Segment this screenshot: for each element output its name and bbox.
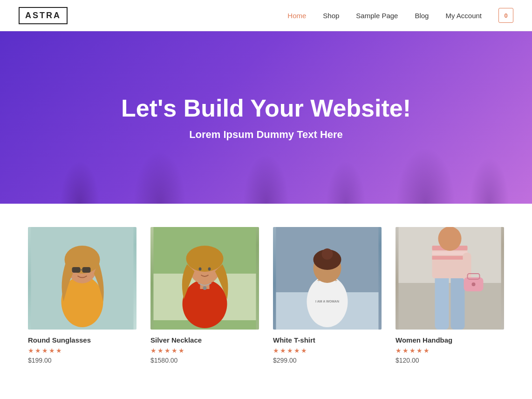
product-price: $199.00 xyxy=(28,357,136,364)
products-grid: Round Sunglasses ★ ★ ★ ★ ★ $199.00 xyxy=(28,227,504,364)
nav-shop[interactable]: Shop xyxy=(323,12,339,20)
main-nav: Home Shop Sample Page Blog My Account 0 xyxy=(287,8,513,23)
svg-rect-4 xyxy=(72,267,81,273)
product-title[interactable]: Women Handbag xyxy=(396,336,504,344)
product-image[interactable] xyxy=(396,227,504,330)
hero-subheading: Lorem Ipsum Dummy Text Here xyxy=(189,129,343,141)
product-card: Round Sunglasses ★ ★ ★ ★ ★ $199.00 xyxy=(28,227,136,364)
svg-point-34 xyxy=(472,282,476,286)
svg-point-35 xyxy=(438,227,462,251)
product-title[interactable]: White T-shirt xyxy=(273,336,382,344)
product-stars: ★ ★ ★ ★ ★ xyxy=(28,347,136,354)
product-image[interactable] xyxy=(28,227,136,330)
product-stars: ★ ★ ★ ★ ★ xyxy=(273,347,382,354)
header: ASTRA Home Shop Sample Page Blog My Acco… xyxy=(0,0,532,31)
products-section: Round Sunglasses ★ ★ ★ ★ ★ $199.00 xyxy=(0,204,532,383)
product-card: I AM A WOMAN White T-shirt ★ ★ ★ ★ ★ $29… xyxy=(273,227,382,364)
product-card: Silver Necklace ★ ★ ★ ★ ★ $1580.00 xyxy=(150,227,259,364)
cart-button[interactable]: 0 xyxy=(498,8,513,23)
svg-rect-29 xyxy=(432,251,468,255)
product-title[interactable]: Round Sunglasses xyxy=(28,336,136,344)
svg-rect-25 xyxy=(435,274,449,330)
svg-text:I AM A WOMAN: I AM A WOMAN xyxy=(315,300,339,303)
hero-background xyxy=(0,110,532,204)
logo[interactable]: ASTRA xyxy=(19,7,68,24)
svg-point-14 xyxy=(199,268,202,271)
nav-my-account[interactable]: My Account xyxy=(445,12,482,20)
product-card: Women Handbag ★ ★ ★ ★ ★ $120.00 xyxy=(396,227,504,364)
svg-point-15 xyxy=(208,268,211,271)
product-price: $120.00 xyxy=(396,357,504,364)
svg-point-12 xyxy=(186,246,224,272)
nav-sample-page[interactable]: Sample Page xyxy=(356,12,398,20)
hero-banner: Let's Build Your Website! Lorem Ipsum Du… xyxy=(0,31,532,204)
product-price: $1580.00 xyxy=(150,357,259,364)
svg-rect-26 xyxy=(451,274,465,330)
svg-point-22 xyxy=(322,248,333,260)
product-title[interactable]: Silver Necklace xyxy=(150,336,259,344)
cart-count: 0 xyxy=(504,12,507,19)
svg-rect-5 xyxy=(82,267,91,273)
product-image[interactable]: I AM A WOMAN xyxy=(273,227,382,330)
product-image[interactable] xyxy=(150,227,259,330)
hero-heading: Let's Build Your Website! xyxy=(121,94,411,122)
nav-blog[interactable]: Blog xyxy=(415,12,429,20)
svg-point-13 xyxy=(203,286,207,290)
svg-rect-30 xyxy=(432,256,468,260)
product-stars: ★ ★ ★ ★ ★ xyxy=(396,347,504,354)
product-price: $299.00 xyxy=(273,357,382,364)
product-stars: ★ ★ ★ ★ ★ xyxy=(150,347,259,354)
nav-home[interactable]: Home xyxy=(287,12,306,20)
